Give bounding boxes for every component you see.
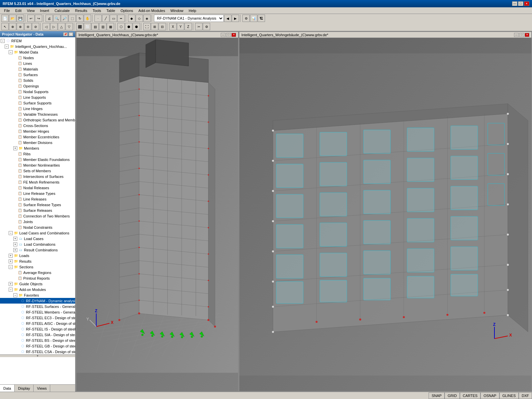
tb-pan[interactable]: ✋ bbox=[84, 15, 91, 22]
toggle-members[interactable]: + bbox=[13, 146, 17, 150]
tree-item-surface-supports[interactable]: 📋 Surface Supports bbox=[0, 100, 75, 106]
tb2-4[interactable]: ⊖ bbox=[24, 23, 32, 30]
vp-minimize[interactable]: — bbox=[221, 33, 225, 37]
tree-item-openings[interactable]: 📋 Openings bbox=[0, 83, 75, 89]
tb2-15[interactable]: ⬡ bbox=[117, 23, 125, 30]
tb2-12[interactable]: ▤ bbox=[91, 23, 99, 30]
panel-unpin[interactable]: 📌 bbox=[63, 32, 68, 36]
tb-zoom-in[interactable]: 🔍 bbox=[53, 15, 61, 22]
toggle-addon[interactable]: − bbox=[9, 288, 13, 292]
tb2-z[interactable]: Z bbox=[185, 23, 192, 30]
tb-node[interactable]: · bbox=[94, 15, 102, 22]
tree-item-rf-steel-ec3[interactable]: ⬡ RF-STEEL EC3 - Design of steel me... bbox=[0, 315, 75, 321]
toggle-iq[interactable]: − bbox=[5, 45, 9, 49]
tb2-y[interactable]: Y bbox=[177, 23, 184, 30]
tb2-2[interactable]: ⊕ bbox=[9, 23, 16, 30]
tree-item-iq-hochhaus[interactable]: − 📁 Intelligent_Quarters_Hochhau... bbox=[0, 44, 75, 49]
tree-item-nodal-constraints[interactable]: 📋 Nodal Constraints bbox=[0, 224, 75, 230]
tb2-5[interactable]: ⊘ bbox=[32, 23, 39, 30]
tree-item-rf-steel-csa[interactable]: ⬡ RF-STEEL CSA - Design of steel me... bbox=[0, 349, 75, 354]
menu-view[interactable]: View bbox=[24, 8, 38, 13]
tree-item-nodal-releases[interactable]: 📋 Nodal Releases bbox=[0, 185, 75, 191]
tb2-17[interactable]: ⬣ bbox=[133, 23, 140, 30]
tree-item-member-eccentricities[interactable]: 📋 Member Eccentricities bbox=[0, 134, 75, 140]
toggle-rfem[interactable]: − bbox=[1, 39, 5, 43]
tree-item-rf-steel-gb[interactable]: ⬡ RF-STEEL GB - Design of steel mer... bbox=[0, 343, 75, 349]
tb2-8[interactable]: △ bbox=[58, 23, 65, 30]
menu-calculate[interactable]: Calculate bbox=[52, 8, 72, 13]
tree-item-printout-reports[interactable]: 📋 Printout Reports bbox=[0, 275, 75, 281]
tree-item-intersections[interactable]: 📋 Intersections of Surfaces bbox=[0, 174, 75, 179]
vp2-close[interactable]: ✕ bbox=[525, 33, 529, 37]
tb-3d[interactable]: 🏗 bbox=[258, 15, 265, 22]
tb2-3[interactable]: ⊗ bbox=[17, 23, 24, 30]
vp2-minimize[interactable]: — bbox=[514, 33, 519, 37]
toggle-model[interactable]: − bbox=[9, 50, 13, 54]
tb-member[interactable]: ━ bbox=[117, 15, 125, 22]
tree-item-surface-releases[interactable]: 📋 Surface Releases bbox=[0, 207, 75, 213]
tb2-zoom-win[interactable]: ⊟ bbox=[159, 23, 166, 30]
tb2-16[interactable]: ⬢ bbox=[125, 23, 132, 30]
tree-item-joints[interactable]: 📋 Joints bbox=[0, 219, 75, 224]
tb-render[interactable]: ◆ bbox=[128, 15, 135, 22]
analysis-dropdown[interactable]: RF-DYNAM CA1 - Dynamic Analysis bbox=[154, 15, 224, 22]
toggle-sections[interactable]: − bbox=[9, 265, 13, 269]
tb-zoom-out[interactable]: 🔎 bbox=[61, 15, 68, 22]
viewport-wohngebaude-content[interactable]: X Z bbox=[239, 38, 531, 391]
tb-results2[interactable]: 📊 bbox=[250, 15, 257, 22]
tree-item-rf-steel-bs[interactable]: ⬡ RF-STEEL BS - Design of steel mem... bbox=[0, 337, 75, 343]
tree-item-orthotropic[interactable]: 📋 Orthotropic Surfaces and Membra... bbox=[0, 117, 75, 123]
tb-undo[interactable]: ↩ bbox=[27, 15, 35, 22]
tree-item-average-regions[interactable]: 📋 Average Regions bbox=[0, 270, 75, 275]
tb-open[interactable]: 📂 bbox=[9, 15, 16, 22]
tree-item-load-cases-sub[interactable]: + 🗂 Load Cases bbox=[0, 236, 75, 241]
tree-item-rf-steel-is[interactable]: ⬡ RF-STEEL IS - Design of steel mem... bbox=[0, 326, 75, 332]
tb2-13[interactable]: ▥ bbox=[99, 23, 106, 30]
tree-item-favorites[interactable]: − 📁 Favorites bbox=[0, 292, 75, 298]
tb2-1[interactable]: ↖ bbox=[1, 23, 9, 30]
tree-item-results[interactable]: + 📁 Results bbox=[0, 258, 75, 264]
tree-item-addon-modules[interactable]: − 📁 Add-on Modules bbox=[0, 287, 75, 292]
tb2-7[interactable]: ▷ bbox=[50, 23, 58, 30]
tb-rotate[interactable]: ↻ bbox=[76, 15, 83, 22]
tb-hidden[interactable]: ◈ bbox=[143, 15, 151, 22]
tree-item-rfem[interactable]: − ⬡ RFEM bbox=[0, 38, 75, 44]
tb-next[interactable]: ▶ bbox=[232, 15, 239, 22]
tb2-zoom-sel[interactable]: ⊞ bbox=[151, 23, 158, 30]
tb2-9[interactable]: ▽ bbox=[66, 23, 73, 30]
tree-item-fe-mesh[interactable]: 📋 FE Mesh Refinements bbox=[0, 179, 75, 185]
minimize-button[interactable]: — bbox=[512, 1, 517, 6]
menu-tools[interactable]: Tools bbox=[90, 8, 104, 13]
tb2-zoom-all[interactable]: ⛶ bbox=[143, 23, 151, 30]
tb2-x[interactable]: X bbox=[169, 23, 177, 30]
tree-item-sets-of-members[interactable]: 📋 Sets of Members bbox=[0, 168, 75, 174]
vp-maximize[interactable]: □ bbox=[226, 33, 231, 37]
panel-close[interactable]: ✕ bbox=[68, 32, 73, 36]
tb-print[interactable]: 🖨 bbox=[46, 15, 53, 22]
tree-item-member-nonlinearities[interactable]: 📋 Member Nonlinearities bbox=[0, 162, 75, 168]
tree-item-ribs[interactable]: 📋 Ribs bbox=[0, 151, 75, 157]
tree-item-sections[interactable]: − 📁 Sections bbox=[0, 264, 75, 270]
tree-item-cross-sections[interactable]: 📋 Cross-Sections bbox=[0, 123, 75, 128]
tb2-14[interactable]: ▦ bbox=[107, 23, 114, 30]
menu-options[interactable]: Options bbox=[118, 8, 136, 13]
tree-item-rf-steel-surfaces[interactable]: ⬡ RF-STEEL Surfaces - General stress... bbox=[0, 304, 75, 309]
tree-item-nodes[interactable]: 📋 Nodes bbox=[0, 55, 75, 61]
tb-redo[interactable]: ↪ bbox=[35, 15, 42, 22]
toggle-loads[interactable]: + bbox=[9, 254, 13, 258]
tree-item-surface-release-types[interactable]: 📋 Surface Release Types bbox=[0, 202, 75, 207]
tree-item-surfaces[interactable]: 📋 Surfaces bbox=[0, 72, 75, 77]
tree-item-model-data[interactable]: − 📁 Model Data bbox=[0, 49, 75, 55]
tree-item-lines[interactable]: 📋 Lines bbox=[0, 61, 75, 66]
tb2-settings[interactable]: ⚙ bbox=[203, 23, 210, 30]
tb-prev[interactable]: ◀ bbox=[224, 15, 231, 22]
viewport-hochhaus-content[interactable]: X Z Y bbox=[76, 38, 238, 391]
tree-item-rf-steel-sia[interactable]: ⬡ RF-STEEL SIA - Design of steel me... bbox=[0, 332, 75, 337]
tree-item-guide-objects[interactable]: + 📁 Guide Objects bbox=[0, 281, 75, 287]
toggle-results[interactable]: + bbox=[9, 259, 13, 263]
menu-results[interactable]: Results bbox=[72, 8, 90, 13]
menu-table[interactable]: Table bbox=[104, 8, 118, 13]
menu-insert[interactable]: Insert bbox=[37, 8, 52, 13]
tree-item-loads[interactable]: + 📁 Loads bbox=[0, 253, 75, 258]
tab-data[interactable]: Data bbox=[0, 385, 15, 392]
